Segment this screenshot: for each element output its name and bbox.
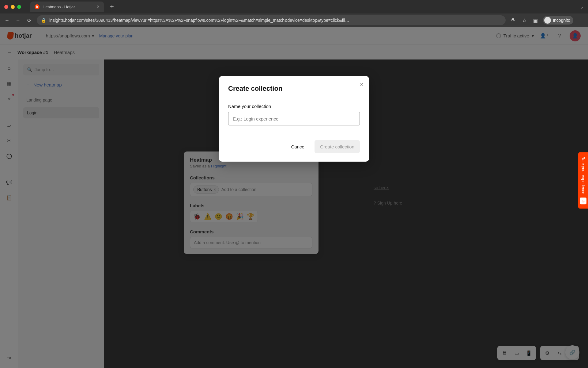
address-bar[interactable]: 🔒 insights.hotjar.com/sites/3090413/heat… xyxy=(37,15,506,25)
window-minimize-button[interactable] xyxy=(11,5,15,9)
create-collection-modal: × Create collection Name your collection… xyxy=(219,76,369,162)
incognito-label: Incognito xyxy=(553,18,570,23)
app-root: hotjar https://snapflows.com ▾ Manage yo… xyxy=(0,27,588,368)
incognito-icon xyxy=(544,17,551,24)
window-titlebar: h Heatmaps - Hotjar × + ⌄ xyxy=(0,0,588,13)
feedback-tab[interactable]: Rate your experience ☺ xyxy=(578,152,588,209)
window-close-button[interactable] xyxy=(4,5,8,9)
tabs-overflow-icon[interactable]: ⌄ xyxy=(580,4,584,10)
window-zoom-button[interactable] xyxy=(17,5,21,9)
tab-close-icon[interactable]: × xyxy=(97,4,100,10)
incognito-badge: Incognito xyxy=(543,16,573,25)
star-icon[interactable]: ☆ xyxy=(521,17,528,24)
collection-name-input[interactable] xyxy=(228,112,360,125)
modal-title: Create collection xyxy=(228,85,360,93)
create-collection-button[interactable]: Create collection xyxy=(315,140,360,153)
eye-off-icon[interactable]: 👁 xyxy=(510,17,517,24)
feedback-label: Rate your experience xyxy=(581,157,586,195)
modal-field-label: Name your collection xyxy=(228,104,360,109)
tab-title: Heatmaps - Hotjar xyxy=(43,5,75,9)
new-tab-button[interactable]: + xyxy=(110,3,114,11)
nav-reload-button[interactable]: ⟳ xyxy=(26,17,32,24)
hotjar-favicon: h xyxy=(35,4,40,9)
window-controls xyxy=(4,5,21,9)
browser-toolbar: ← → ⟳ 🔒 insights.hotjar.com/sites/309041… xyxy=(0,13,588,27)
modal-close-button[interactable]: × xyxy=(360,81,364,88)
lock-icon: 🔒 xyxy=(41,18,46,23)
extensions-icon[interactable]: ▣ xyxy=(532,17,539,24)
nav-back-button[interactable]: ← xyxy=(4,17,10,24)
browser-menu-icon[interactable]: ⋮ xyxy=(578,17,584,24)
url-text: insights.hotjar.com/sites/3090413/heatma… xyxy=(49,18,349,23)
browser-tab[interactable]: h Heatmaps - Hotjar × xyxy=(30,2,104,12)
nav-forward-button: → xyxy=(15,17,21,24)
smile-icon: ☺ xyxy=(580,197,586,204)
cancel-button[interactable]: Cancel xyxy=(286,140,311,153)
